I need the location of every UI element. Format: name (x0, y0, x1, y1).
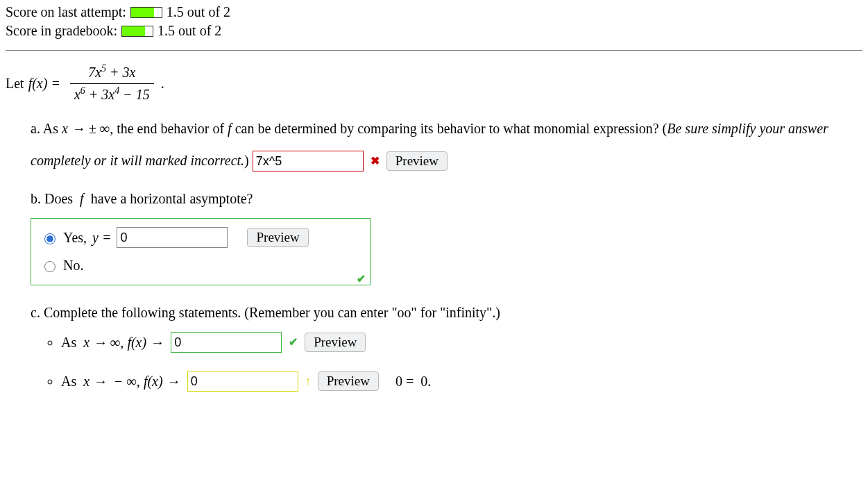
c1-prefix: As (61, 333, 76, 352)
fraction: 7x5 + 3x x6 + 3x4 − 15 (70, 63, 154, 104)
score-book-value: 1.5 out of 2 (158, 22, 221, 40)
fx-label: f(x) = (28, 74, 60, 93)
no-label: No. (63, 256, 83, 275)
a-close: ) (244, 153, 249, 168)
c2-tail-b: = (402, 374, 417, 389)
check-icon: ✔ (357, 271, 366, 287)
part-c: Complete the following statements. (Reme… (31, 303, 862, 392)
radio-yes[interactable] (44, 233, 56, 244)
a-t5: can be determined by comparing its behav… (232, 121, 667, 136)
yes-label: Yes, (63, 228, 87, 247)
trailing-period: . (161, 74, 164, 93)
score-last-label: Score on last attempt: (6, 3, 126, 22)
score-last-value: 1.5 out of 2 (167, 3, 230, 22)
c1-mid: x → ∞, f(x) → (83, 333, 164, 352)
yes-eq: y = (92, 228, 111, 247)
score-book-bar (121, 26, 153, 37)
a-t2: x → ± ∞ (62, 121, 110, 136)
c2-tail-c: 0. (420, 374, 431, 389)
divider (6, 50, 862, 51)
score-last-bar (130, 7, 162, 18)
c2-tail: 0 = 0. (395, 372, 431, 391)
wrong-icon: ✖ (371, 153, 380, 169)
radio-no[interactable] (44, 261, 56, 272)
part-a-input[interactable] (253, 151, 364, 171)
denominator: x6 + 3x4 − 15 (70, 83, 154, 104)
c2-prefix: As (61, 372, 76, 391)
part-c-row1: As x → ∞, f(x) → ✔ Preview (61, 332, 862, 353)
part-b-choices: Yes, y = Preview No. ✔ (31, 218, 371, 285)
part-b: Does f have a horizontal asymptote? Yes,… (31, 190, 862, 285)
preview-button[interactable]: Preview (386, 151, 448, 171)
part-a: As x → ± ∞, the end behavior of f can be… (31, 119, 862, 171)
check-icon: ✔ (289, 335, 298, 350)
a-t3: , the end behavior of (110, 121, 228, 136)
part-c-text: Complete the following statements. (Reme… (44, 305, 500, 320)
preview-button[interactable]: Preview (305, 333, 366, 352)
c2-tail-a: 0 (395, 374, 402, 389)
problem-statement: Let f(x) = 7x5 + 3x x6 + 3x4 − 15 . (6, 63, 164, 104)
lead-text: Let (6, 74, 24, 93)
numerator: 7x5 + 3x (70, 63, 154, 83)
partial-icon: ↑ (305, 374, 311, 389)
score-gradebook: Score in gradebook: 1.5 out of 2 (6, 22, 862, 40)
preview-button[interactable]: Preview (318, 371, 379, 391)
part-b-text: Does f have a horizontal asymptote? (44, 191, 253, 206)
part-c1-input[interactable] (171, 332, 282, 353)
score-book-label: Score in gradebook: (6, 22, 117, 40)
preview-button[interactable]: Preview (247, 228, 308, 247)
part-b-input[interactable] (117, 227, 228, 248)
score-last-attempt: Score on last attempt: 1.5 out of 2 (6, 3, 862, 22)
c2-mid: x → − ∞, f(x) → (83, 372, 180, 391)
part-c2-input[interactable] (187, 371, 298, 392)
a-t1: As (43, 121, 62, 136)
part-c-row2: As x → − ∞, f(x) → ↑ Preview 0 = 0. (61, 371, 862, 392)
